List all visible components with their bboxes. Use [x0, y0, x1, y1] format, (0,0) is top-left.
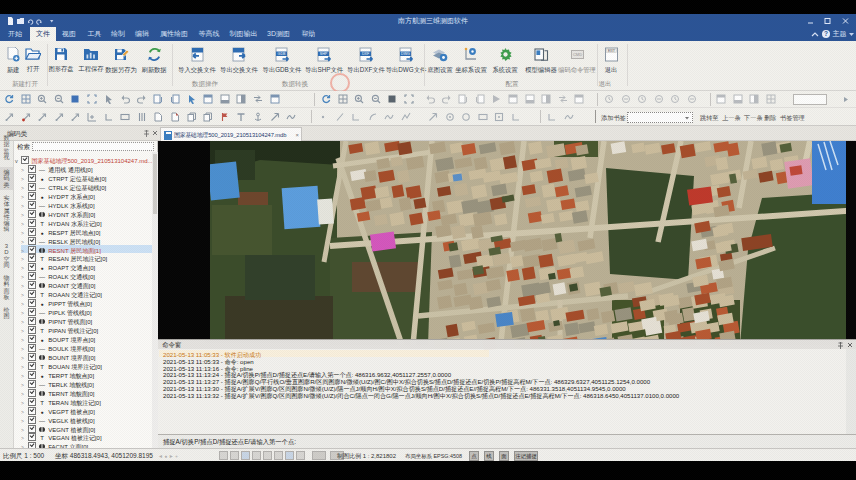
svg-text:EXIT: EXIT [608, 49, 615, 53]
svg-text:CMD: CMD [572, 52, 581, 57]
svg-text:GDB: GDB [278, 52, 286, 56]
svg-text:DWG: DWG [401, 52, 410, 56]
svg-text:SHP: SHP [320, 52, 328, 56]
svg-text:DXF: DXF [362, 52, 370, 56]
